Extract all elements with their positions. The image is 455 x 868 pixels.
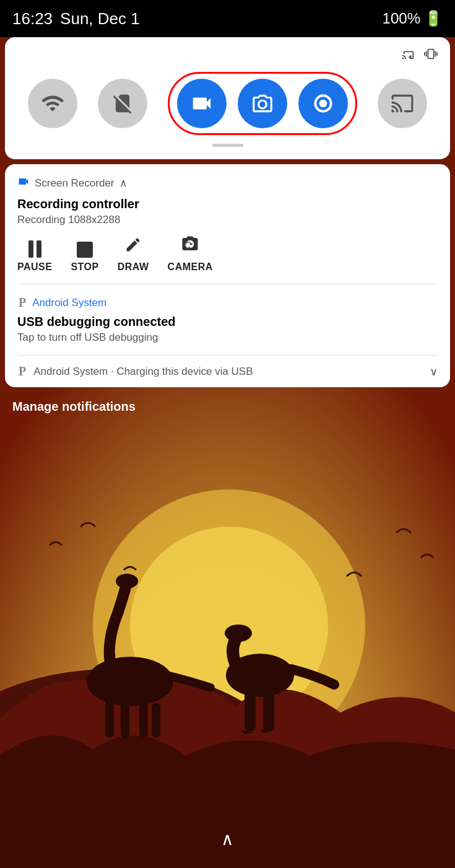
charging-text: Android System · Charging this device vi… [33, 366, 423, 378]
draw-label: DRAW [118, 261, 149, 273]
svg-point-12 [226, 654, 294, 697]
svg-point-17 [319, 100, 327, 108]
screen-recorder-header: Screen Recorder ∧ [17, 175, 438, 191]
charging-card[interactable]: P Android System · Charging this device … [5, 356, 450, 387]
wifi-button[interactable] [28, 79, 77, 128]
draw-action[interactable]: DRAW [118, 236, 149, 273]
notifications-panel: Screen Recorder ∧ Recording controller R… [5, 164, 450, 387]
record-screen-button[interactable] [298, 79, 348, 128]
battery-icon: 🔋 [424, 10, 443, 27]
screen-recorder-icon [17, 175, 30, 191]
battery-percentage: 100% [383, 10, 420, 27]
usb-header: P Android System [17, 296, 438, 310]
svg-rect-10 [139, 700, 148, 737]
drag-handle [212, 144, 243, 147]
cast-button[interactable] [378, 79, 427, 128]
qs-buttons-row [17, 72, 438, 135]
status-time: 16:23 [12, 9, 53, 28]
draw-icon [124, 236, 142, 258]
svg-rect-5 [0, 781, 455, 868]
record-video-button[interactable] [177, 79, 227, 128]
svg-rect-11 [152, 703, 160, 737]
svg-point-6 [87, 657, 173, 706]
android-system-icon-charging: P [17, 364, 27, 379]
qs-highlight-group [168, 72, 357, 135]
camera-action[interactable]: CAMERA [168, 235, 213, 273]
pause-label: PAUSE [17, 261, 52, 273]
qs-top-icons [17, 47, 438, 64]
stop-action[interactable]: STOP [71, 242, 98, 273]
cast-icon[interactable] [402, 47, 415, 64]
android-system-icon-usb: P [17, 296, 27, 310]
camera-flip-icon [181, 235, 199, 258]
no-sim-button[interactable] [98, 79, 147, 128]
vibrate-icon[interactable] [424, 47, 438, 64]
status-bar: 16:23 Sun, Dec 1 100% 🔋 [0, 0, 455, 37]
stop-label: STOP [71, 261, 98, 273]
usb-title: USB debugging connected [17, 315, 438, 329]
screen-recorder-card[interactable]: Screen Recorder ∧ Recording controller R… [5, 164, 450, 284]
svg-point-3 [0, 669, 297, 868]
manage-notifications[interactable]: Manage notifications [0, 387, 455, 419]
svg-point-4 [149, 712, 455, 868]
quick-settings-panel [5, 37, 450, 159]
status-date: Sun, Dec 1 [60, 9, 140, 28]
svg-point-7 [116, 574, 138, 589]
screen-recorder-title: Recording controller [17, 197, 438, 211]
screen-recorder-subtitle: Recording 1088x2288 [17, 214, 438, 226]
svg-point-2 [130, 527, 328, 725]
usb-app-name: Android System [32, 297, 106, 309]
svg-rect-15 [263, 693, 274, 731]
charging-chevron[interactable]: ∨ [430, 365, 438, 379]
pause-action[interactable]: PAUSE [17, 240, 52, 273]
up-arrow[interactable]: ∧ [221, 829, 234, 849]
screen-recorder-actions: PAUSE STOP DRAW [17, 235, 438, 273]
usb-subtitle: Tap to turn off USB debugging [17, 331, 438, 344]
svg-point-13 [225, 625, 252, 642]
screen-recorder-expand-icon[interactable]: ∧ [119, 177, 127, 190]
svg-rect-9 [121, 703, 129, 737]
screenshot-button[interactable] [238, 79, 287, 128]
camera-label: CAMERA [168, 261, 213, 273]
pause-icon [28, 240, 41, 258]
status-right: 100% 🔋 [383, 10, 443, 27]
svg-rect-8 [105, 700, 114, 737]
svg-rect-14 [245, 691, 256, 731]
screen-recorder-app-name: Screen Recorder [35, 177, 115, 190]
stop-icon [77, 242, 93, 258]
usb-debugging-card[interactable]: P Android System USB debugging connected… [5, 284, 450, 355]
svg-point-1 [93, 489, 365, 762]
